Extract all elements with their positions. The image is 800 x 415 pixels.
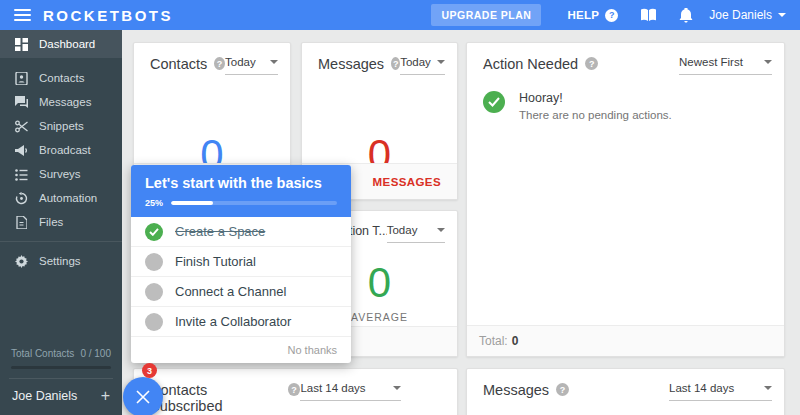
notification-badge: 3 bbox=[142, 363, 157, 378]
card-title: Messages bbox=[483, 382, 549, 398]
sidebar-item-label: Surveys bbox=[39, 168, 81, 180]
total-contacts-value: 0 / 100 bbox=[80, 348, 111, 359]
sort-select[interactable]: Newest First bbox=[679, 56, 772, 75]
progress-percent: 25% bbox=[145, 198, 163, 208]
help-question-icon[interactable]: ? bbox=[288, 383, 301, 396]
onboarding-step-invite-collaborator[interactable]: Invite a Collaborator bbox=[131, 307, 351, 337]
pending-circle-icon bbox=[145, 283, 163, 301]
notifications-bell-icon[interactable] bbox=[679, 8, 693, 23]
range-select[interactable]: Last 14 days bbox=[300, 382, 401, 401]
sidebar-item-label: Messages bbox=[39, 96, 91, 108]
onboarding-header: Let's start with the basics 25% bbox=[131, 165, 351, 217]
card-title: Messages bbox=[318, 56, 384, 72]
chevron-down-icon bbox=[764, 386, 772, 390]
range-select[interactable]: Today bbox=[225, 56, 278, 75]
contacts-usage-bar bbox=[11, 366, 111, 369]
help-button[interactable]: HELP ? bbox=[567, 9, 618, 22]
close-assistant-button[interactable] bbox=[123, 377, 163, 415]
check-circle-icon bbox=[145, 223, 163, 241]
help-question-icon[interactable]: ? bbox=[391, 57, 400, 70]
chevron-down-icon bbox=[778, 13, 786, 17]
sidebar-item-contacts[interactable]: Contacts bbox=[0, 66, 122, 90]
chevron-down-icon bbox=[393, 386, 401, 390]
docs-book-icon[interactable] bbox=[640, 8, 657, 22]
empty-subtitle: There are no pending actions. bbox=[519, 109, 672, 121]
range-select[interactable]: Today bbox=[400, 56, 445, 75]
sidebar-item-broadcast[interactable]: Broadcast bbox=[0, 138, 122, 162]
chevron-down-icon bbox=[437, 60, 445, 64]
range-select[interactable]: Last 14 days bbox=[669, 382, 772, 401]
scissors-icon bbox=[15, 120, 28, 133]
onboarding-popup: Let's start with the basics 25% Create a… bbox=[131, 165, 351, 363]
onboarding-step-connect-channel[interactable]: Connect a Channel bbox=[131, 277, 351, 307]
sync-icon bbox=[15, 192, 28, 205]
total-label: Total: bbox=[479, 334, 508, 348]
upgrade-plan-button[interactable]: UPGRADE PLAN bbox=[431, 4, 541, 26]
card-title: Action Needed bbox=[483, 56, 578, 72]
user-name: Joe Daniels bbox=[709, 8, 772, 22]
card-title: Contacts bbox=[150, 56, 207, 72]
progress-bar bbox=[171, 201, 337, 205]
sidebar-item-label: Automation bbox=[39, 192, 97, 204]
sidebar: Dashboard Contacts Messages Snippets Bro… bbox=[0, 30, 122, 415]
contacts-subscribed-card: Contacts Subscribed ? Last 14 days bbox=[133, 368, 458, 415]
sidebar-item-settings[interactable]: Settings bbox=[0, 249, 122, 273]
sidebar-item-messages[interactable]: Messages bbox=[0, 90, 122, 114]
action-needed-card: Action Needed ? Newest First Hooray! The… bbox=[466, 42, 785, 357]
pending-circle-icon bbox=[145, 313, 163, 331]
onboarding-step-create-space[interactable]: Create a Space bbox=[131, 217, 351, 247]
dashboard-icon bbox=[15, 38, 28, 51]
help-label: HELP bbox=[567, 9, 599, 21]
file-icon bbox=[15, 216, 28, 229]
sidebar-item-label: Broadcast bbox=[39, 144, 91, 156]
messages-chart-card: Messages ? Last 14 days bbox=[466, 368, 785, 415]
total-contacts-label: Total Contacts bbox=[11, 348, 74, 359]
pending-circle-icon bbox=[145, 253, 163, 271]
add-workspace-icon[interactable]: + bbox=[101, 391, 110, 401]
sidebar-item-label: Contacts bbox=[39, 72, 84, 84]
chevron-down-icon bbox=[270, 60, 278, 64]
chevron-down-icon bbox=[764, 60, 772, 64]
sidebar-item-surveys[interactable]: Surveys bbox=[0, 162, 122, 186]
app-logo: ROCKETBOTS bbox=[43, 7, 173, 24]
sidebar-item-dashboard[interactable]: Dashboard bbox=[0, 30, 122, 58]
card-title: Contacts Subscribed bbox=[150, 382, 281, 414]
sidebar-item-files[interactable]: Files bbox=[0, 210, 122, 234]
chevron-down-icon bbox=[437, 228, 445, 232]
onboarding-title: Let's start with the basics bbox=[145, 175, 337, 191]
onboarding-step-finish-tutorial[interactable]: Finish Tutorial bbox=[131, 247, 351, 277]
sidebar-item-automation[interactable]: Automation bbox=[0, 186, 122, 210]
help-question-icon[interactable]: ? bbox=[556, 383, 569, 396]
sidebar-item-snippets[interactable]: Snippets bbox=[0, 114, 122, 138]
gear-icon bbox=[15, 255, 28, 268]
messages-footer-link[interactable]: MESSAGES bbox=[373, 176, 441, 188]
chat-icon bbox=[15, 96, 28, 109]
total-value: 0 bbox=[512, 334, 519, 348]
top-bar: ROCKETBOTS UPGRADE PLAN HELP ? Joe Danie… bbox=[0, 0, 800, 30]
menu-icon[interactable] bbox=[14, 9, 31, 21]
empty-state: Hooray! There are no pending actions. bbox=[467, 75, 784, 121]
help-question-icon[interactable]: ? bbox=[585, 57, 598, 70]
range-select[interactable]: Today bbox=[387, 224, 445, 243]
help-question-icon: ? bbox=[605, 9, 618, 22]
megaphone-icon bbox=[15, 144, 28, 157]
sidebar-divider bbox=[0, 241, 122, 242]
check-circle-icon bbox=[483, 91, 505, 113]
sidebar-item-label: Snippets bbox=[39, 120, 84, 132]
sidebar-item-label: Files bbox=[39, 216, 63, 228]
sidebar-item-label: Settings bbox=[39, 255, 81, 267]
user-menu[interactable]: Joe Daniels bbox=[709, 8, 786, 22]
help-question-icon[interactable]: ? bbox=[214, 57, 225, 70]
empty-title: Hooray! bbox=[519, 91, 672, 105]
checklist-icon bbox=[15, 168, 28, 181]
sidebar-footer: Total Contacts 0 / 100 Joe Daniels + bbox=[0, 348, 122, 415]
close-icon bbox=[135, 389, 151, 405]
sidebar-item-label: Dashboard bbox=[39, 38, 95, 50]
no-thanks-link[interactable]: No thanks bbox=[287, 344, 337, 356]
workspace-name[interactable]: Joe Daniels bbox=[12, 389, 77, 403]
contacts-icon bbox=[15, 72, 28, 85]
